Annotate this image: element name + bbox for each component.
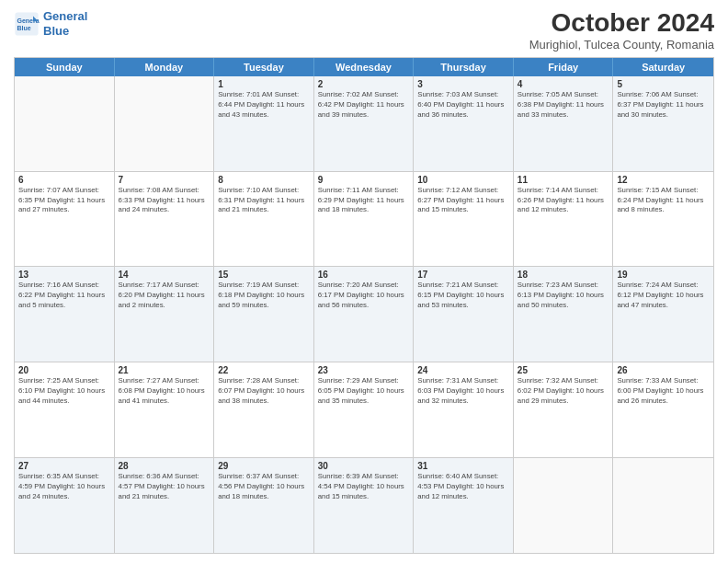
day-cell-5: 5Sunrise: 7:06 AM Sunset: 6:37 PM Daylig… (613, 76, 713, 171)
header-day-monday: Monday (115, 58, 215, 76)
day-detail: Sunrise: 6:40 AM Sunset: 4:53 PM Dayligh… (417, 472, 509, 502)
svg-text:Blue: Blue (17, 25, 31, 31)
day-number: 2 (318, 79, 410, 89)
header-day-tuesday: Tuesday (214, 58, 314, 76)
day-number: 16 (318, 270, 410, 280)
day-cell-19: 19Sunrise: 7:24 AM Sunset: 6:12 PM Dayli… (613, 267, 713, 362)
day-cell-23: 23Sunrise: 7:29 AM Sunset: 6:05 PM Dayli… (314, 362, 415, 457)
day-detail: Sunrise: 6:37 AM Sunset: 4:56 PM Dayligh… (218, 472, 310, 502)
empty-cell (514, 458, 614, 553)
calendar-header: SundayMondayTuesdayWednesdayThursdayFrid… (15, 58, 713, 76)
day-cell-22: 22Sunrise: 7:28 AM Sunset: 6:07 PM Dayli… (214, 362, 314, 457)
header: General Blue General Blue October 2024 M… (14, 9, 714, 52)
day-detail: Sunrise: 7:15 AM Sunset: 6:24 PM Dayligh… (617, 186, 710, 216)
calendar-week-1: 1Sunrise: 7:01 AM Sunset: 6:44 PM Daylig… (15, 76, 713, 171)
day-detail: Sunrise: 7:31 AM Sunset: 6:03 PM Dayligh… (417, 376, 509, 407)
day-number: 17 (417, 270, 509, 280)
day-number: 11 (518, 175, 609, 185)
day-number: 27 (18, 461, 110, 471)
day-detail: Sunrise: 7:32 AM Sunset: 6:02 PM Dayligh… (518, 376, 609, 407)
day-cell-4: 4Sunrise: 7:05 AM Sunset: 6:38 PM Daylig… (514, 76, 614, 171)
day-detail: Sunrise: 7:03 AM Sunset: 6:40 PM Dayligh… (417, 90, 509, 121)
day-detail: Sunrise: 7:14 AM Sunset: 6:26 PM Dayligh… (518, 186, 609, 216)
day-detail: Sunrise: 7:29 AM Sunset: 6:05 PM Dayligh… (318, 376, 410, 407)
day-cell-15: 15Sunrise: 7:19 AM Sunset: 6:18 PM Dayli… (214, 267, 314, 362)
day-number: 20 (18, 365, 110, 375)
day-cell-20: 20Sunrise: 7:25 AM Sunset: 6:10 PM Dayli… (15, 362, 115, 457)
day-number: 6 (18, 175, 110, 185)
day-number: 18 (518, 270, 609, 280)
day-detail: Sunrise: 7:07 AM Sunset: 6:35 PM Dayligh… (18, 186, 110, 216)
day-detail: Sunrise: 7:02 AM Sunset: 6:42 PM Dayligh… (318, 90, 410, 121)
day-detail: Sunrise: 7:27 AM Sunset: 6:08 PM Dayligh… (119, 376, 210, 407)
empty-cell (613, 458, 713, 553)
day-number: 29 (218, 461, 310, 471)
day-cell-30: 30Sunrise: 6:39 AM Sunset: 4:54 PM Dayli… (314, 458, 415, 553)
day-detail: Sunrise: 7:08 AM Sunset: 6:33 PM Dayligh… (119, 186, 210, 216)
day-detail: Sunrise: 7:12 AM Sunset: 6:27 PM Dayligh… (417, 186, 509, 216)
day-cell-18: 18Sunrise: 7:23 AM Sunset: 6:13 PM Dayli… (514, 267, 614, 362)
day-number: 5 (617, 79, 710, 89)
day-number: 25 (518, 365, 609, 375)
day-number: 7 (119, 175, 210, 185)
logo-text: General Blue (43, 9, 87, 38)
logo-icon: General Blue (14, 11, 40, 37)
day-cell-17: 17Sunrise: 7:21 AM Sunset: 6:15 PM Dayli… (414, 267, 514, 362)
day-detail: Sunrise: 6:35 AM Sunset: 4:59 PM Dayligh… (18, 472, 110, 502)
day-detail: Sunrise: 7:28 AM Sunset: 6:07 PM Dayligh… (218, 376, 310, 407)
day-detail: Sunrise: 7:11 AM Sunset: 6:29 PM Dayligh… (318, 186, 410, 216)
day-number: 19 (617, 270, 710, 280)
logo: General Blue General Blue (14, 9, 87, 38)
day-detail: Sunrise: 7:19 AM Sunset: 6:18 PM Dayligh… (218, 281, 310, 311)
day-detail: Sunrise: 7:33 AM Sunset: 6:00 PM Dayligh… (617, 376, 710, 407)
day-number: 8 (218, 175, 310, 185)
empty-cell (15, 76, 115, 171)
header-day-saturday: Saturday (613, 58, 713, 76)
day-cell-26: 26Sunrise: 7:33 AM Sunset: 6:00 PM Dayli… (613, 362, 713, 457)
svg-rect-0 (15, 12, 38, 35)
subtitle: Murighiol, Tulcea County, Romania (529, 38, 714, 52)
day-cell-16: 16Sunrise: 7:20 AM Sunset: 6:17 PM Dayli… (314, 267, 415, 362)
calendar-week-2: 6Sunrise: 7:07 AM Sunset: 6:35 PM Daylig… (15, 171, 713, 267)
day-detail: Sunrise: 7:10 AM Sunset: 6:31 PM Dayligh… (218, 186, 310, 216)
day-detail: Sunrise: 7:05 AM Sunset: 6:38 PM Dayligh… (518, 90, 609, 121)
day-cell-6: 6Sunrise: 7:07 AM Sunset: 6:35 PM Daylig… (15, 172, 115, 267)
calendar: SundayMondayTuesdayWednesdayThursdayFrid… (14, 57, 714, 554)
day-cell-21: 21Sunrise: 7:27 AM Sunset: 6:08 PM Dayli… (115, 362, 215, 457)
day-detail: Sunrise: 7:24 AM Sunset: 6:12 PM Dayligh… (617, 281, 710, 311)
calendar-body: 1Sunrise: 7:01 AM Sunset: 6:44 PM Daylig… (15, 76, 713, 553)
day-cell-7: 7Sunrise: 7:08 AM Sunset: 6:33 PM Daylig… (115, 172, 215, 267)
day-number: 26 (617, 365, 710, 375)
day-number: 23 (318, 365, 410, 375)
main-title: October 2024 (529, 9, 714, 38)
day-cell-14: 14Sunrise: 7:17 AM Sunset: 6:20 PM Dayli… (115, 267, 215, 362)
day-number: 30 (318, 461, 410, 471)
day-cell-28: 28Sunrise: 6:36 AM Sunset: 4:57 PM Dayli… (115, 458, 215, 553)
day-cell-11: 11Sunrise: 7:14 AM Sunset: 6:26 PM Dayli… (514, 172, 614, 267)
day-number: 1 (218, 79, 310, 89)
day-number: 9 (318, 175, 410, 185)
day-cell-10: 10Sunrise: 7:12 AM Sunset: 6:27 PM Dayli… (414, 172, 514, 267)
day-number: 4 (518, 79, 609, 89)
day-number: 13 (18, 270, 110, 280)
day-number: 21 (119, 365, 210, 375)
calendar-week-5: 27Sunrise: 6:35 AM Sunset: 4:59 PM Dayli… (15, 457, 713, 553)
header-day-thursday: Thursday (414, 58, 514, 76)
day-detail: Sunrise: 7:16 AM Sunset: 6:22 PM Dayligh… (18, 281, 110, 311)
header-day-friday: Friday (514, 58, 614, 76)
day-detail: Sunrise: 6:39 AM Sunset: 4:54 PM Dayligh… (318, 472, 410, 502)
day-number: 15 (218, 270, 310, 280)
header-day-wednesday: Wednesday (314, 58, 415, 76)
day-detail: Sunrise: 7:17 AM Sunset: 6:20 PM Dayligh… (119, 281, 210, 311)
day-cell-2: 2Sunrise: 7:02 AM Sunset: 6:42 PM Daylig… (314, 76, 415, 171)
day-detail: Sunrise: 7:20 AM Sunset: 6:17 PM Dayligh… (318, 281, 410, 311)
day-detail: Sunrise: 7:23 AM Sunset: 6:13 PM Dayligh… (518, 281, 609, 311)
day-number: 28 (119, 461, 210, 471)
empty-cell (115, 76, 215, 171)
header-day-sunday: Sunday (15, 58, 115, 76)
day-cell-1: 1Sunrise: 7:01 AM Sunset: 6:44 PM Daylig… (214, 76, 314, 171)
calendar-week-4: 20Sunrise: 7:25 AM Sunset: 6:10 PM Dayli… (15, 362, 713, 457)
day-number: 10 (417, 175, 509, 185)
day-number: 14 (119, 270, 210, 280)
day-number: 3 (417, 79, 509, 89)
